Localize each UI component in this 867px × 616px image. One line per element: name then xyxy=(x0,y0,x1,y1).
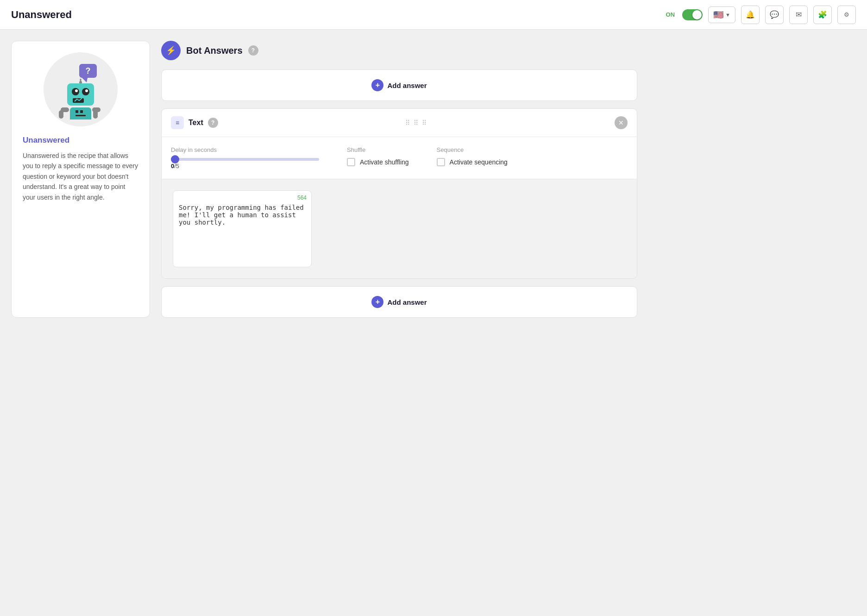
header: Unanswered ON 🇺🇸 ▼ 🔔 💬 ✉ 🧩 ⚙ xyxy=(0,0,867,30)
robot-illustration: ? xyxy=(50,59,111,119)
svg-rect-11 xyxy=(70,107,91,119)
bottom-add-answer-label: Add answer xyxy=(387,298,427,306)
lightning-icon: ⚡ xyxy=(166,45,176,56)
text-card-header: ≡ Text ? ⠿ ⠿ ⠿ ✕ xyxy=(162,109,637,137)
sidebar-card: ? xyxy=(11,41,150,318)
shuffle-checkbox[interactable] xyxy=(347,158,355,166)
shuffle-checkbox-row: Activate shuffling xyxy=(347,158,409,166)
svg-text:?: ? xyxy=(86,66,91,75)
shuffle-checkbox-label: Activate shuffling xyxy=(360,158,409,166)
text-icon-symbol: ≡ xyxy=(176,119,179,126)
bot-answers-title: Bot Answers xyxy=(186,45,243,56)
text-block-label: Text xyxy=(188,119,203,127)
sidebar-bot-name: Unanswered xyxy=(23,136,69,145)
svg-rect-18 xyxy=(93,110,98,119)
delay-label: Delay in seconds xyxy=(171,146,319,153)
top-add-answer-label: Add answer xyxy=(387,82,427,89)
answer-content-area: 564 Sorry, my programming has failed me!… xyxy=(162,179,637,278)
robot-avatar: ? xyxy=(44,52,118,126)
top-add-answer-button[interactable]: + Add answer xyxy=(371,79,427,91)
bot-icon: ⚡ xyxy=(161,41,181,60)
on-off-toggle[interactable] xyxy=(682,9,703,20)
bottom-plus-icon: + xyxy=(371,296,383,308)
svg-point-7 xyxy=(75,89,78,92)
svg-rect-13 xyxy=(80,110,83,113)
envelope-icon: ✉ xyxy=(796,10,802,19)
sequence-checkbox[interactable] xyxy=(437,158,445,166)
flag-emoji: 🇺🇸 xyxy=(713,10,723,20)
chat-button[interactable]: 💬 xyxy=(765,6,784,24)
svg-rect-12 xyxy=(75,110,78,113)
text-card-header-left: ≡ Text ? xyxy=(171,116,218,129)
bell-icon: 🔔 xyxy=(746,10,755,19)
svg-rect-14 xyxy=(75,115,86,116)
delay-slider[interactable] xyxy=(171,158,319,161)
text-block-icon: ≡ xyxy=(171,116,184,129)
header-controls: ON 🇺🇸 ▼ 🔔 💬 ✉ 🧩 ⚙ xyxy=(666,6,856,24)
delay-control-group: Delay in seconds 0/5 xyxy=(171,146,319,170)
answer-textarea[interactable]: Sorry, my programming has failed me! I'l… xyxy=(179,204,306,259)
text-block-help-icon[interactable]: ? xyxy=(208,118,218,128)
api-button[interactable]: ⚙ xyxy=(837,6,856,24)
bottom-add-answer-button[interactable]: + Add answer xyxy=(371,296,427,308)
delay-slider-container: 0/5 xyxy=(171,158,319,170)
sequence-checkbox-label: Activate sequencing xyxy=(450,158,508,166)
chevron-down-icon: ▼ xyxy=(725,12,730,18)
toggle-label: ON xyxy=(666,11,675,18)
answer-textarea-wrapper: 564 Sorry, my programming has failed me!… xyxy=(173,190,312,267)
language-selector[interactable]: 🇺🇸 ▼ xyxy=(708,6,735,23)
plus-icon: + xyxy=(371,79,383,91)
sequence-label: Sequence xyxy=(437,146,508,153)
svg-marker-1 xyxy=(82,78,88,82)
text-block-card: ≡ Text ? ⠿ ⠿ ⠿ ✕ Delay in seconds xyxy=(161,108,637,279)
svg-rect-10 xyxy=(73,98,84,103)
svg-rect-16 xyxy=(59,110,63,119)
envelope-button[interactable]: ✉ xyxy=(789,6,808,24)
bot-answers-header: ⚡ Bot Answers ? xyxy=(161,41,637,60)
text-controls-area: Delay in seconds 0/5 Shuffle Activate sh… xyxy=(162,137,637,179)
close-text-block-button[interactable]: ✕ xyxy=(615,116,628,129)
bell-button[interactable]: 🔔 xyxy=(741,6,760,24)
bot-answers-help-icon[interactable]: ? xyxy=(248,45,258,56)
puzzle-button[interactable]: 🧩 xyxy=(813,6,832,24)
shuffle-control-group: Shuffle Activate shuffling xyxy=(347,146,409,166)
sidebar-description: Unanswered is the recipe that allows you… xyxy=(23,151,138,202)
page-title: Unanswered xyxy=(11,9,72,21)
svg-point-9 xyxy=(85,89,88,92)
delay-slider-value: 0/5 xyxy=(171,163,319,170)
puzzle-icon: 🧩 xyxy=(818,10,827,19)
sequence-control-group: Sequence Activate sequencing xyxy=(437,146,508,166)
char-count-badge: 564 xyxy=(297,195,307,201)
bottom-add-answer-card[interactable]: + Add answer xyxy=(161,286,637,318)
content-area: ⚡ Bot Answers ? + Add answer ≡ Text xyxy=(161,41,637,318)
sequence-checkbox-row: Activate sequencing xyxy=(437,158,508,166)
main-layout: ? xyxy=(0,30,648,329)
chat-icon: 💬 xyxy=(770,10,779,19)
drag-handle[interactable]: ⠿ ⠿ ⠿ xyxy=(405,119,427,126)
shuffle-label: Shuffle xyxy=(347,146,409,153)
top-add-answer-card[interactable]: + Add answer xyxy=(161,69,637,101)
api-icon: ⚙ xyxy=(844,11,849,18)
